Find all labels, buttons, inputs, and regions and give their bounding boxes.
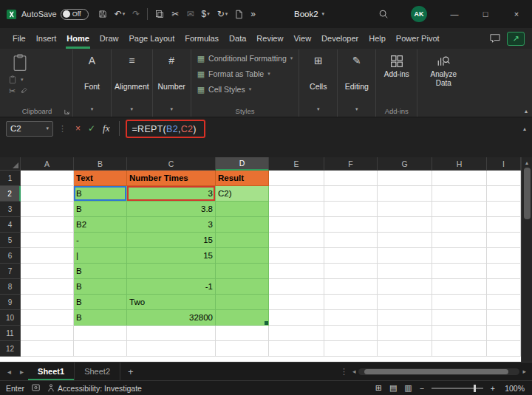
minimize-button[interactable]: — bbox=[439, 0, 470, 28]
column-header-I[interactable]: I bbox=[487, 157, 521, 171]
cell-H6[interactable] bbox=[432, 248, 487, 264]
cell-H11[interactable] bbox=[432, 326, 487, 341]
accessibility-status[interactable]: Accessibility: Investigate bbox=[47, 384, 142, 393]
row-header-4[interactable]: 4 bbox=[0, 217, 21, 233]
cell-D6[interactable] bbox=[216, 248, 269, 264]
format-painter-icon[interactable] bbox=[20, 86, 28, 96]
search-icon[interactable] bbox=[368, 9, 399, 19]
zoom-out-button[interactable]: − bbox=[420, 384, 424, 393]
row-header-8[interactable]: 8 bbox=[0, 279, 21, 295]
paste-options-button[interactable]: ▾ bbox=[9, 75, 24, 84]
cell-D10[interactable] bbox=[216, 310, 269, 326]
cell-H1[interactable] bbox=[432, 171, 487, 186]
autosave-toggle[interactable]: Off bbox=[61, 9, 89, 20]
scroll-left-icon[interactable]: ◂ bbox=[352, 368, 356, 375]
ribbon-tab-view[interactable]: View bbox=[288, 28, 316, 49]
cell-F3[interactable] bbox=[324, 202, 378, 217]
cell-B12[interactable] bbox=[74, 341, 127, 357]
cell-H2[interactable] bbox=[432, 186, 487, 202]
cell-D12[interactable] bbox=[216, 341, 269, 357]
cell-F5[interactable] bbox=[324, 233, 378, 248]
vertical-scroll-thumb[interactable] bbox=[524, 168, 531, 219]
cell-I7[interactable] bbox=[487, 264, 521, 279]
workbook-title[interactable]: Book2 ▾ bbox=[294, 0, 324, 28]
cell-F11[interactable] bbox=[324, 326, 378, 341]
cell-A6[interactable] bbox=[21, 248, 74, 264]
cell-C12[interactable] bbox=[127, 341, 216, 357]
cell-F1[interactable] bbox=[324, 171, 378, 186]
more-commands-icon[interactable]: » bbox=[247, 5, 259, 23]
fill-handle[interactable] bbox=[265, 321, 268, 325]
cell-F10[interactable] bbox=[324, 310, 378, 326]
cell-G8[interactable] bbox=[378, 279, 432, 295]
formula-input[interactable]: =REPT(B2,C2) bbox=[132, 124, 196, 134]
autosave-control[interactable]: AutoSave Off bbox=[21, 9, 89, 20]
ribbon-group-font[interactable]: AFont▾ bbox=[73, 49, 112, 117]
row-header-9[interactable]: 9 bbox=[0, 295, 21, 310]
cell-F12[interactable] bbox=[324, 341, 378, 357]
cell-G3[interactable] bbox=[378, 202, 432, 217]
excel-app-icon[interactable] bbox=[6, 9, 17, 20]
column-header-A[interactable]: A bbox=[21, 157, 74, 171]
sheet-nav-right-icon[interactable]: ▸ bbox=[16, 363, 28, 380]
cell-E9[interactable] bbox=[269, 295, 324, 310]
cell-I12[interactable] bbox=[487, 341, 521, 357]
cell-C1[interactable]: Number Times bbox=[127, 171, 216, 186]
cell-A5[interactable] bbox=[21, 233, 74, 248]
cell-D11[interactable] bbox=[216, 326, 269, 341]
row-header-1[interactable]: 1 bbox=[0, 171, 21, 186]
ribbon-group-cells[interactable]: ⊞Cells▾ bbox=[299, 49, 338, 117]
enter-button[interactable]: ✓ bbox=[88, 123, 95, 134]
cell-G1[interactable] bbox=[378, 171, 432, 186]
cell-D5[interactable] bbox=[216, 233, 269, 248]
cell-B6[interactable]: | bbox=[74, 248, 127, 264]
cell-E1[interactable] bbox=[269, 171, 324, 186]
comments-icon[interactable] bbox=[489, 33, 501, 44]
horizontal-scrollbar[interactable]: ◂ ▸ bbox=[352, 363, 532, 380]
cell-I11[interactable] bbox=[487, 326, 521, 341]
refresh-icon[interactable]: ↻▾ bbox=[214, 5, 232, 23]
cell-I5[interactable] bbox=[487, 233, 521, 248]
cell-B9[interactable]: B bbox=[74, 295, 127, 310]
cell-G6[interactable] bbox=[378, 248, 432, 264]
ribbon-tab-insert[interactable]: Insert bbox=[31, 28, 62, 49]
cell-D8[interactable] bbox=[216, 279, 269, 295]
ribbon-button-cell-styles[interactable]: ▦Cell Styles▾ bbox=[197, 83, 252, 96]
cell-G7[interactable] bbox=[378, 264, 432, 279]
ribbon-tab-help[interactable]: Help bbox=[364, 28, 391, 49]
zoom-slider[interactable] bbox=[432, 385, 483, 392]
cell-C10[interactable]: 32800 bbox=[127, 310, 216, 326]
cut-button[interactable]: ✂ bbox=[9, 86, 16, 96]
ribbon-tab-review[interactable]: Review bbox=[251, 28, 288, 49]
cell-E10[interactable] bbox=[269, 310, 324, 326]
cell-D9[interactable] bbox=[216, 295, 269, 310]
cell-I2[interactable] bbox=[487, 186, 521, 202]
cell-C9[interactable]: Two bbox=[127, 295, 216, 310]
cell-G12[interactable] bbox=[378, 341, 432, 357]
page-layout-view-icon[interactable]: ▤ bbox=[389, 383, 397, 393]
cell-G2[interactable] bbox=[378, 186, 432, 202]
cell-A3[interactable] bbox=[21, 202, 74, 217]
cell-G11[interactable] bbox=[378, 326, 432, 341]
cell-F6[interactable] bbox=[324, 248, 378, 264]
new-sheet-button[interactable]: + bbox=[120, 363, 141, 380]
cell-C11[interactable] bbox=[127, 326, 216, 341]
ribbon-group-number[interactable]: #Number▾ bbox=[153, 49, 191, 117]
ribbon-button-format-as-table[interactable]: ▦Format as Table▾ bbox=[197, 67, 270, 80]
ribbon-tab-formulas[interactable]: Formulas bbox=[180, 28, 224, 49]
cell-I4[interactable] bbox=[487, 217, 521, 233]
macro-record-icon[interactable] bbox=[32, 384, 40, 393]
currency-format-icon[interactable]: $▾ bbox=[197, 5, 213, 23]
cell-A7[interactable] bbox=[21, 264, 74, 279]
cell-E7[interactable] bbox=[269, 264, 324, 279]
cell-F7[interactable] bbox=[324, 264, 378, 279]
row-header-10[interactable]: 10 bbox=[0, 310, 21, 326]
sheet-nav-left-icon[interactable]: ◂ bbox=[3, 363, 16, 380]
cell-E3[interactable] bbox=[269, 202, 324, 217]
cell-H12[interactable] bbox=[432, 341, 487, 357]
redo-icon[interactable]: ↷ bbox=[129, 5, 143, 23]
ribbon-tab-data[interactable]: Data bbox=[224, 28, 251, 49]
cell-D2[interactable]: C2) bbox=[216, 186, 269, 202]
ribbon-button-conditional-formatting[interactable]: ▦Conditional Formatting▾ bbox=[197, 52, 293, 65]
cell-H3[interactable] bbox=[432, 202, 487, 217]
